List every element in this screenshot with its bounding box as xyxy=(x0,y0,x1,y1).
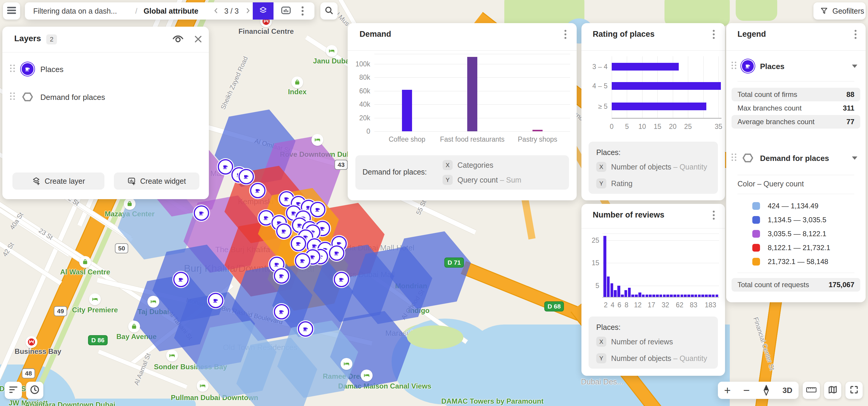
history-button[interactable] xyxy=(26,382,43,399)
map-nav-controls: + − 3D xyxy=(718,382,799,399)
x-tick-label: 83 xyxy=(686,301,701,309)
filter-list-button[interactable] xyxy=(5,382,22,399)
footer-layer-label: Demand for places: xyxy=(363,168,427,176)
legend-places-label: Places xyxy=(760,62,784,71)
collapse-caret-icon[interactable] xyxy=(852,65,857,68)
review-bar xyxy=(646,295,649,297)
poi-bag-icon xyxy=(128,320,140,333)
place-marker[interactable] xyxy=(274,304,289,319)
stat-value: 88 xyxy=(846,90,855,99)
legend-menu[interactable] xyxy=(849,29,862,40)
review-bar xyxy=(705,295,708,297)
footer-layer-label: Places: xyxy=(596,148,621,157)
drag-handle[interactable] xyxy=(732,62,737,69)
zoom-out-button[interactable]: − xyxy=(743,385,750,396)
rating-widget: Rating of places 0510152025353 – 44 – 5≥… xyxy=(582,23,725,200)
layers-toggle-button[interactable] xyxy=(253,2,274,20)
poi-metro-icon xyxy=(26,336,37,348)
place-marker[interactable] xyxy=(295,253,310,269)
legend-title: Legend xyxy=(738,30,766,39)
x-tick-label: 12 xyxy=(631,301,645,309)
road-shield: D 86 xyxy=(88,335,108,345)
rating-bar xyxy=(612,82,721,90)
review-bar xyxy=(611,283,614,297)
page-next-icon[interactable] xyxy=(244,6,252,16)
map-label: Financial Centre xyxy=(239,27,294,36)
review-bar xyxy=(670,295,673,297)
park-area xyxy=(664,0,730,27)
measure-button[interactable] xyxy=(803,382,820,399)
x-tick-label: 5 xyxy=(619,123,634,131)
reviews-widget-footer: Places: X Number of reviews Y Number of … xyxy=(589,316,718,369)
close-icon[interactable] xyxy=(193,34,203,45)
layer-item-demand[interactable]: Demand for places xyxy=(2,88,209,107)
place-marker[interactable] xyxy=(173,272,189,287)
legend-stat-row: Max branches count311 xyxy=(732,101,860,115)
place-marker[interactable] xyxy=(208,293,223,308)
hamburger-icon xyxy=(7,6,16,15)
layer-item-places[interactable]: Places xyxy=(2,60,209,79)
place-marker[interactable] xyxy=(194,205,209,221)
x-axis-field: Number of reviews xyxy=(611,338,673,346)
gridline xyxy=(602,240,719,241)
x-tick-label: 0 xyxy=(604,123,619,131)
fullscreen-button[interactable] xyxy=(845,382,863,399)
map-style-button[interactable] xyxy=(824,382,841,399)
search-button[interactable] xyxy=(320,2,338,20)
place-marker[interactable] xyxy=(329,245,344,261)
drag-handle[interactable] xyxy=(10,65,15,72)
filter-lines-icon xyxy=(9,386,18,395)
map-label: City Premiere xyxy=(72,306,118,314)
drag-handle[interactable] xyxy=(732,154,737,161)
y-axis-field: Query count – Sum xyxy=(458,176,521,184)
place-marker[interactable] xyxy=(310,202,326,217)
place-marker[interactable] xyxy=(291,236,306,251)
place-marker[interactable] xyxy=(239,169,254,184)
create-widget-button[interactable]: Create widget xyxy=(114,172,199,190)
color-swatch xyxy=(752,230,760,238)
breadcrumb-dashboard[interactable]: Filtering data on a dash... xyxy=(33,7,117,15)
y-tick-label: 5 xyxy=(586,282,599,290)
review-bar xyxy=(687,295,690,297)
topbar-more-button[interactable] xyxy=(297,5,309,17)
place-marker[interactable] xyxy=(276,224,291,239)
y-tick-label: 20k xyxy=(353,114,370,122)
review-bar xyxy=(649,295,652,297)
poi-bed-icon xyxy=(89,293,101,305)
axis-line xyxy=(612,118,721,119)
place-marker[interactable] xyxy=(334,272,349,287)
legend-stat-row: Average branches count77 xyxy=(732,115,860,129)
stat-value: 311 xyxy=(843,104,855,112)
collapse-caret-icon[interactable] xyxy=(852,157,857,160)
color-swatch xyxy=(752,216,760,224)
widgets-button[interactable] xyxy=(278,5,294,17)
review-bar xyxy=(603,236,607,297)
places-layer-icon xyxy=(21,62,34,76)
legend-total-requests-row: Total count of requests 175,067 xyxy=(732,278,860,292)
search-icon xyxy=(324,6,334,16)
zoom-in-button[interactable]: + xyxy=(724,385,731,396)
place-marker[interactable] xyxy=(250,183,266,198)
toggle-3d-button[interactable]: 3D xyxy=(782,386,793,395)
y-axis-chip: Y xyxy=(596,353,607,363)
layers-panel-title: Layers xyxy=(14,34,41,43)
place-marker[interactable] xyxy=(274,268,289,283)
review-bar xyxy=(666,295,669,297)
geofilters-button[interactable]: Geofilters xyxy=(813,2,866,20)
menu-button[interactable] xyxy=(3,2,20,20)
drag-handle[interactable] xyxy=(10,93,15,100)
create-layer-label: Create layer xyxy=(44,177,85,185)
review-bar xyxy=(607,276,610,297)
x-tick-label: 25 xyxy=(681,123,695,131)
demand-widget: Demand 020k40k60k80k100kCoffee shopFast … xyxy=(348,23,577,200)
compass-icon[interactable] xyxy=(763,385,770,396)
review-bar xyxy=(691,295,694,297)
geofilters-label: Geofilters xyxy=(832,7,864,15)
create-layer-button[interactable]: Create layer xyxy=(12,172,104,190)
review-bar xyxy=(617,286,620,297)
page-prev-icon[interactable] xyxy=(212,6,220,16)
y-tick-label: ≥ 5 xyxy=(582,103,608,110)
place-marker[interactable] xyxy=(218,159,233,174)
place-marker[interactable] xyxy=(298,321,313,337)
visibility-eye-icon[interactable] xyxy=(172,34,184,46)
